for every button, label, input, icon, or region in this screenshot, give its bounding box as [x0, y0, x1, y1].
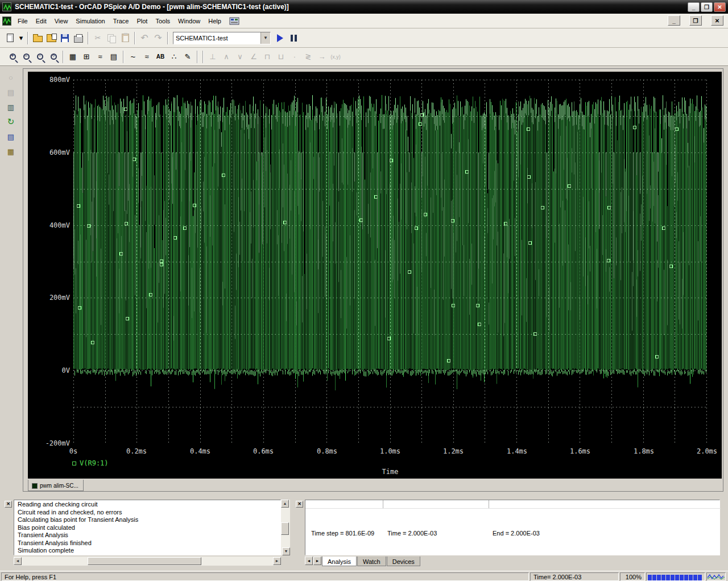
zoom-area-button[interactable]: ▫: [33, 50, 47, 64]
x-tick-label: 1.2ms: [436, 447, 470, 455]
mdi-close-button[interactable]: ✕: [711, 15, 723, 26]
tab-watch[interactable]: Watch: [357, 557, 386, 566]
menu-trace[interactable]: Trace: [109, 15, 133, 27]
scrollbar-thumb[interactable]: [88, 557, 201, 565]
toolbar-separator: [27, 32, 28, 44]
fourier-button[interactable]: ≈: [93, 50, 107, 64]
tab-scroll-right-icon[interactable]: ►: [313, 557, 321, 565]
output-line: Reading and checking circuit: [18, 501, 277, 509]
save-button[interactable]: [58, 31, 72, 45]
output-horizontal-scrollbar[interactable]: ◄ ►: [14, 557, 281, 566]
open-simulation-button[interactable]: [31, 31, 44, 45]
simulation-queue-button[interactable]: ○: [4, 71, 18, 84]
menu-window[interactable]: Window: [174, 15, 204, 27]
document-tab[interactable]: pwm alim-SC...: [28, 480, 84, 491]
scroll-left-icon[interactable]: ◄: [14, 557, 22, 565]
toolbar-separator: [123, 51, 124, 63]
scroll-right-icon[interactable]: ►: [273, 557, 281, 565]
new-simulation-button[interactable]: [3, 31, 17, 45]
copy-button[interactable]: [105, 31, 118, 45]
output-close-button[interactable]: ✕: [5, 501, 12, 508]
cut-button[interactable]: ✂: [91, 31, 105, 45]
output-vertical-scrollbar[interactable]: ▲ ▼: [281, 500, 290, 555]
pause-simulation-button[interactable]: [287, 31, 300, 45]
mark-data-points-button[interactable]: ∴: [167, 50, 181, 64]
devices-window-button[interactable]: ▦: [4, 145, 18, 158]
trace-marker-icon: [72, 461, 76, 465]
refresh-simulation-button[interactable]: ↻: [4, 115, 18, 129]
menu-simulation[interactable]: Simulation: [72, 15, 109, 27]
trace-legend[interactable]: V(R9:1): [72, 459, 109, 467]
performance-analysis-button[interactable]: ~: [126, 50, 140, 64]
run-simulation-button[interactable]: [273, 31, 287, 45]
cursor-point-button[interactable]: ∙: [288, 50, 301, 64]
watch-window-button[interactable]: ▤: [4, 130, 18, 143]
plot-area: 800mV 600mV 400mV 200mV 0V -200mV 0s 0.2…: [28, 72, 722, 479]
simulation-profile-input[interactable]: [173, 32, 260, 44]
restore-button[interactable]: ❐: [701, 2, 713, 12]
schematic-window-icon[interactable]: [228, 14, 241, 28]
document-tab-label: pwm alim-SC...: [40, 483, 78, 489]
toggle-grid-button[interactable]: ▦: [66, 50, 80, 64]
tab-analysis[interactable]: Analysis: [322, 557, 357, 566]
simulation-profile-combobox[interactable]: ▼: [173, 32, 271, 44]
paste-button[interactable]: [118, 31, 132, 45]
menu-view[interactable]: View: [51, 15, 72, 27]
scroll-up-icon[interactable]: ▲: [281, 500, 289, 508]
sim-status-tab-strip: ◄ ► Analysis Watch Devices: [305, 557, 420, 566]
toolbar-separator: [202, 51, 204, 63]
cursor-slope-button[interactable]: ∠: [247, 50, 260, 64]
scrollbar-thumb[interactable]: [281, 522, 289, 535]
minimize-button[interactable]: _: [688, 2, 700, 12]
add-plot-button[interactable]: ▤: [107, 50, 121, 64]
fft-button[interactable]: ≈: [140, 50, 154, 64]
cursor-trough-button[interactable]: ∨: [233, 50, 247, 64]
undo-button[interactable]: ↶: [138, 31, 151, 45]
view-output-file-button[interactable]: ▤: [4, 85, 18, 99]
menu-plot[interactable]: Plot: [133, 15, 151, 27]
tab-devices[interactable]: Devices: [387, 557, 420, 566]
new-dropdown-button[interactable]: ▾: [17, 31, 25, 45]
print-button[interactable]: [72, 31, 85, 45]
cursor-peak-button[interactable]: ∧: [220, 50, 233, 64]
zoom-fit-button[interactable]: ⁘: [47, 50, 60, 64]
cursor-min-button[interactable]: ⊔: [274, 50, 288, 64]
menu-tools[interactable]: Tools: [151, 15, 174, 27]
text-label-button[interactable]: AB: [154, 50, 167, 64]
menu-edit[interactable]: Edit: [32, 15, 51, 27]
view-circuit-file-button[interactable]: ▥: [4, 100, 18, 114]
zoom-in-button[interactable]: +: [6, 50, 19, 64]
cursor-search-button[interactable]: ≷: [301, 50, 315, 64]
mdi-restore-button[interactable]: ❐: [689, 15, 702, 26]
combo-dropdown-icon[interactable]: ▼: [260, 32, 270, 44]
status-wave-icon: [706, 572, 726, 581]
end-value: End = 2.000E-03: [493, 530, 540, 537]
x-tick-label: 1.8ms: [627, 447, 661, 455]
time-step-value: Time step = 801.6E-09: [311, 530, 374, 537]
title-bar: SCHEMATIC1-test - OrCAD PSpice A/D Demo …: [0, 0, 728, 14]
cursor-max-button[interactable]: ⊓: [260, 50, 274, 64]
x-axis-settings-button[interactable]: ⊞: [80, 50, 93, 64]
close-button[interactable]: ✕: [714, 2, 726, 12]
toggle-cursor-button[interactable]: ⊥: [206, 50, 220, 64]
scroll-down-icon[interactable]: ▼: [282, 547, 290, 555]
tab-scroll-left-icon[interactable]: ◄: [305, 557, 313, 565]
open-file-button[interactable]: [44, 31, 58, 45]
status-bar: For Help, press F1 Time= 2.000E-03 100%: [0, 571, 728, 581]
zoom-in-icon: +: [10, 53, 16, 60]
output-text-area[interactable]: Reading and checking circuit Circuit rea…: [14, 500, 281, 555]
save-icon: [61, 34, 69, 42]
plot-canvas[interactable]: [73, 80, 707, 443]
menu-file[interactable]: File: [14, 15, 32, 27]
zoom-out-button[interactable]: −: [19, 50, 33, 64]
cursor-next-button[interactable]: →: [315, 50, 329, 64]
mdi-minimize-button[interactable]: _: [668, 15, 680, 26]
menu-help[interactable]: Help: [204, 15, 225, 27]
redo-button[interactable]: ↷: [151, 31, 165, 45]
status-time-text: Time= 2.000E-03: [530, 572, 619, 581]
evaluate-goal-button[interactable]: ✎: [181, 50, 195, 64]
sim-status-close-button[interactable]: ✕: [296, 501, 303, 508]
mark-label-button[interactable]: (x,y): [329, 50, 342, 64]
document-system-icon[interactable]: [2, 17, 11, 26]
y-tick-label: -200mV: [30, 439, 70, 447]
